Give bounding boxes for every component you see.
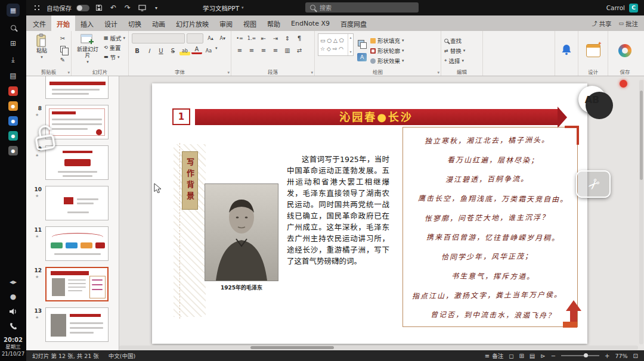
design-ideas-icon[interactable] bbox=[586, 44, 600, 57]
tab-animations[interactable]: 动画 bbox=[147, 15, 171, 31]
sidebar-yellow-pen-icon[interactable]: ● bbox=[8, 101, 18, 111]
tab-slideshow[interactable]: 幻灯片放映 bbox=[171, 15, 214, 31]
shapes-gallery[interactable]: ▭ ○ △ ⬠ ☆ ◇ ⇨ ◠ ▴▾ bbox=[318, 33, 354, 56]
highlight-button[interactable]: ab bbox=[179, 46, 190, 55]
sidebar-search-icon[interactable] bbox=[8, 22, 18, 33]
slide-title-banner[interactable]: 沁园春●长沙 bbox=[195, 109, 558, 125]
zoom-slider[interactable] bbox=[561, 355, 599, 356]
align-right-icon[interactable]: ≡ bbox=[258, 45, 269, 55]
portrait-photo[interactable] bbox=[205, 183, 278, 281]
numbering-icon[interactable]: 1.≡ bbox=[246, 33, 257, 43]
autosave-toggle[interactable] bbox=[76, 5, 89, 11]
user-avatar[interactable]: C bbox=[629, 4, 638, 13]
undo-icon[interactable]: ↶ bbox=[109, 3, 118, 13]
thumbnail-preview[interactable] bbox=[45, 307, 109, 342]
share-button[interactable]: ⤴共享 bbox=[592, 19, 611, 28]
sidebar-red-pen-icon[interactable]: ● bbox=[8, 86, 18, 96]
save-icon[interactable] bbox=[94, 3, 104, 13]
shapes-gallery-scrollbar[interactable]: ▴▾ bbox=[348, 34, 353, 55]
language-indicator[interactable]: 中文(中国) bbox=[109, 351, 135, 360]
app-grid-icon[interactable] bbox=[32, 3, 42, 13]
side-label-writing-background[interactable]: 写作背景 bbox=[182, 151, 198, 210]
tab-design[interactable]: 设计 bbox=[99, 15, 123, 31]
red-up-arrow-decoration[interactable] bbox=[561, 299, 585, 331]
thumbnail-slide-11[interactable]: 11 ★ bbox=[45, 226, 109, 261]
slideshow-view-icon[interactable]: ⊳ bbox=[540, 353, 545, 359]
font-color-button[interactable]: A bbox=[191, 46, 202, 54]
poem-text-box[interactable]: 独立寒秋，湘江北去，橘子洲头。 看万山红遍，层林尽染； 漫江碧透，百舸争流。 鹰… bbox=[402, 127, 578, 327]
columns-icon[interactable]: ▥ bbox=[282, 45, 293, 55]
phone-icon[interactable] bbox=[8, 321, 18, 332]
bell-icon[interactable] bbox=[561, 44, 572, 58]
horizontal-scrollbar-thumb[interactable] bbox=[250, 346, 334, 349]
paste-button[interactable]: 粘贴▾ bbox=[29, 33, 54, 68]
change-case-button[interactable]: Aa bbox=[203, 46, 214, 55]
sidebar-download-icon[interactable]: ⤓ bbox=[8, 54, 18, 65]
ab-floating-badge[interactable]: AB bbox=[578, 86, 606, 113]
cut-icon[interactable]: ✂ bbox=[57, 33, 68, 43]
fit-to-window-icon[interactable]: ⊡ bbox=[633, 353, 638, 359]
arrange-button[interactable] bbox=[357, 40, 367, 49]
shrink-font-icon[interactable]: A▾ bbox=[218, 34, 228, 43]
copy-icon[interactable] bbox=[57, 44, 68, 54]
tab-file[interactable]: 文件 bbox=[27, 15, 51, 31]
shape-fill-button[interactable]: 形状填充▾ bbox=[370, 36, 404, 45]
screenshot-scissors-tool[interactable]: ✂ bbox=[576, 170, 611, 198]
shape-outline-button[interactable]: 形状轮廓▾ bbox=[370, 46, 404, 55]
text-direction-icon[interactable]: ¶ bbox=[294, 33, 305, 43]
tab-review[interactable]: 审阅 bbox=[214, 15, 238, 31]
horizontal-scrollbar[interactable] bbox=[119, 346, 638, 350]
slide-12[interactable]: 1 沁园春●长沙 写作背景 bbox=[152, 83, 587, 344]
zoom-slider-knob[interactable] bbox=[584, 353, 588, 357]
line-spacing-icon[interactable]: ⇕ bbox=[282, 33, 293, 43]
speaker-icon[interactable] bbox=[8, 306, 18, 317]
tab-transitions[interactable]: 切换 bbox=[123, 15, 147, 31]
align-center-icon[interactable]: ≡ bbox=[246, 45, 257, 55]
bold-button[interactable]: B bbox=[132, 46, 143, 55]
zoom-out-icon[interactable]: − bbox=[551, 353, 556, 359]
justify-icon[interactable]: ≡ bbox=[270, 45, 281, 55]
align-left-icon[interactable]: ≡ bbox=[234, 45, 245, 55]
sidebar-record-dot-icon[interactable]: ● bbox=[8, 291, 18, 302]
thumbnail-preview[interactable] bbox=[45, 76, 109, 99]
qat-customize-icon[interactable]: ▾ bbox=[151, 3, 161, 13]
notes-toggle[interactable]: ≡ 备注 bbox=[485, 351, 503, 360]
slide-number-badge[interactable]: 1 bbox=[172, 108, 190, 125]
zoom-in-icon[interactable]: + bbox=[605, 353, 609, 359]
start-slideshow-icon[interactable] bbox=[137, 3, 147, 13]
redo-icon[interactable]: ↷ bbox=[123, 3, 132, 13]
sidebar-windows-icon[interactable]: ⊞ bbox=[8, 38, 18, 49]
tab-view[interactable]: 视图 bbox=[238, 15, 262, 31]
reset-button[interactable]: ⟲重置 bbox=[104, 43, 125, 52]
thumbnail-slide-12-selected[interactable]: 12 ★ bbox=[45, 267, 109, 301]
clipboard-dialog-launcher-icon[interactable]: ▾ bbox=[67, 70, 70, 75]
font-dialog-launcher-icon[interactable]: ▾ bbox=[227, 70, 230, 75]
paragraph-dialog-launcher-icon[interactable]: ▾ bbox=[311, 70, 313, 75]
slide-sorter-view-icon[interactable]: ⊞ bbox=[519, 353, 524, 359]
zoom-percentage[interactable]: 77% bbox=[615, 353, 627, 359]
background-text-box[interactable]: 这首词写于1925年，当时中国革命运动正蓬勃发展。五卅运动和省港大罢工相继爆发，… bbox=[287, 154, 389, 267]
thumbnail-preview[interactable] bbox=[45, 226, 109, 261]
font-name-select[interactable] bbox=[132, 33, 185, 43]
format-painter-icon[interactable]: ✎ bbox=[57, 55, 68, 64]
tab-baidu-netdisk[interactable]: 百度网盘 bbox=[335, 15, 372, 31]
thumbnail-preview[interactable] bbox=[45, 186, 109, 220]
sidebar-teal-tool-icon[interactable]: ● bbox=[8, 131, 18, 141]
strikethrough-button[interactable]: S bbox=[168, 46, 178, 55]
thumbnail-slide-10[interactable]: 10 ★ bbox=[45, 186, 109, 220]
vertical-scrollbar-thumb[interactable] bbox=[640, 91, 643, 180]
font-more-icon[interactable]: ▾ bbox=[215, 46, 218, 55]
layout-button[interactable]: ▦版式▾ bbox=[104, 33, 125, 42]
sidebar-gray-tool-icon[interactable]: ● bbox=[8, 146, 18, 155]
sidebar-blue-tool-icon[interactable]: ● bbox=[8, 116, 18, 126]
grow-font-icon[interactable]: A▴ bbox=[205, 34, 215, 43]
italic-button[interactable]: I bbox=[144, 46, 154, 55]
font-size-select[interactable] bbox=[187, 33, 204, 43]
decrease-indent-icon[interactable]: ⇤ bbox=[258, 33, 269, 43]
shape-effects-button[interactable]: 形状效果▾ bbox=[370, 57, 404, 66]
select-button[interactable]: ⌖选择▾ bbox=[444, 57, 479, 66]
vertical-scrollbar[interactable] bbox=[639, 80, 643, 344]
drawing-dialog-launcher-icon[interactable]: ▾ bbox=[437, 70, 439, 75]
quick-styles-button[interactable]: A bbox=[357, 52, 367, 62]
sidebar-app-logo-icon[interactable]: ▦ bbox=[7, 4, 20, 17]
